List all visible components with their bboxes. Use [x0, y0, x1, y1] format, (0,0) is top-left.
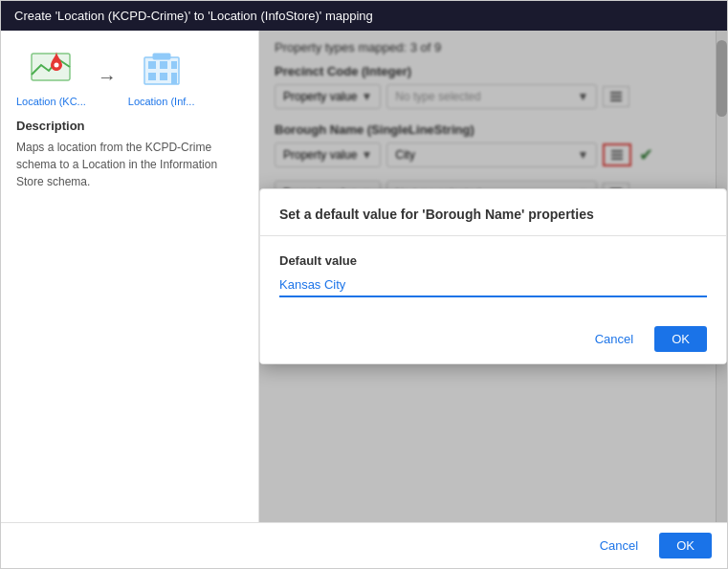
cancel-button[interactable]: Cancel: [588, 533, 650, 558]
dialog-body: Default value: [260, 236, 726, 315]
target-label: Location (Inf...: [128, 96, 195, 107]
svg-rect-6: [160, 73, 167, 80]
left-panel: Location (KC... → Location: [1, 31, 259, 522]
dialog-header: Set a default value for 'Borough Name' p…: [260, 189, 726, 236]
svg-rect-9: [171, 73, 177, 84]
ok-button[interactable]: OK: [659, 533, 712, 558]
overlay: Set a default value for 'Borough Name' p…: [259, 31, 727, 522]
target-location-icon: [139, 46, 185, 92]
content-area: Location (KC... → Location: [1, 31, 727, 522]
main-window: Create 'Location (KCPD-Crime)' to 'Locat…: [0, 0, 728, 569]
svg-rect-7: [171, 61, 177, 69]
bottom-bar: Cancel OK: [1, 522, 727, 568]
mapping-icons: Location (KC... → Location: [16, 46, 243, 107]
dialog-title: Set a default value for 'Borough Name' p…: [279, 207, 594, 222]
svg-rect-5: [148, 73, 156, 80]
description-text: Maps a location from the KCPD-Crime sche…: [16, 139, 243, 190]
source-label: Location (KC...: [16, 96, 86, 107]
title-bar: Create 'Location (KCPD-Crime)' to 'Locat…: [1, 1, 727, 31]
target-icon-box: Location (Inf...: [128, 46, 195, 107]
svg-rect-3: [148, 61, 156, 69]
dialog-footer: Cancel OK: [260, 315, 726, 363]
source-location-icon: [28, 46, 74, 92]
dialog-field-label: Default value: [279, 253, 707, 268]
dialog-ok-button[interactable]: OK: [654, 326, 707, 352]
title-text: Create 'Location (KCPD-Crime)' to 'Locat…: [14, 9, 373, 23]
svg-rect-0: [32, 54, 70, 80]
dialog-input[interactable]: [279, 274, 707, 297]
dialog: Set a default value for 'Borough Name' p…: [259, 188, 727, 364]
svg-rect-4: [160, 61, 167, 69]
description-title: Description: [16, 119, 243, 133]
svg-rect-8: [153, 54, 170, 59]
arrow-icon: →: [98, 66, 117, 88]
svg-point-1: [55, 63, 59, 68]
dialog-cancel-button[interactable]: Cancel: [584, 326, 645, 352]
source-icon-box: Location (KC...: [16, 46, 86, 107]
